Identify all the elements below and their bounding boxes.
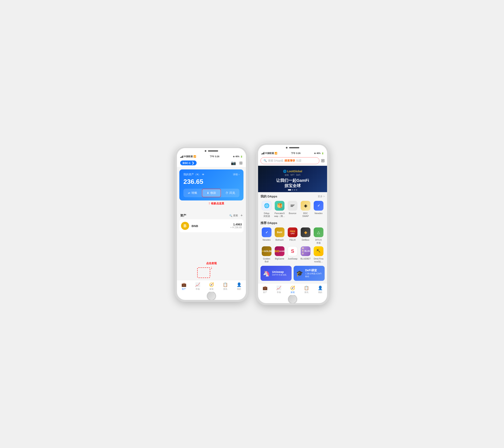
dapp-bounce[interactable]: Bounce xyxy=(287,201,299,218)
dapp-bscswap[interactable]: ◈ BSCSWAP xyxy=(300,201,312,218)
nav-item-assets[interactable]: 💼 资产 xyxy=(177,282,191,291)
status-bar: 中国联通 📶 下午 3:26 ⊕ 46% 🔋 xyxy=(177,154,246,159)
network-label: BSC-1 xyxy=(183,161,191,164)
uniswap-title: Uniswap xyxy=(272,270,287,273)
time-display-right: 下午 3:26 xyxy=(291,152,301,155)
detail-arrow: › xyxy=(239,173,239,176)
search-button[interactable]: 🔍 搜索 xyxy=(229,214,238,217)
search-highlight: 搜索薄饼 xyxy=(285,159,295,162)
eye-icon[interactable]: 👁 xyxy=(202,173,204,176)
dapp-justswap[interactable]: S JustSwap xyxy=(287,246,299,263)
promo-banner[interactable]: 🌐 LootGlobal 游戏 NFT DeFi 让我们一起GamFi 掠宝全球 xyxy=(258,166,327,192)
search-icon: 🔍 xyxy=(229,214,232,217)
dapp-goldenbull[interactable]: TRX&EOS GOLDEN BULL GoldenBull xyxy=(261,246,273,263)
asset-actions: ⇌ 转账 ⬇ 收款 ⏱ 闪兑 xyxy=(183,189,239,197)
discover-nav-icon-r: 🧭 xyxy=(290,286,295,290)
top-navigation: BSC-1 ❯ 📷 ⊞ xyxy=(177,159,246,167)
dmdfinance-name: Dmd.Finance(钻… xyxy=(314,257,324,263)
browser-name: DApp浏览器 xyxy=(263,212,270,218)
nav-market-right[interactable]: 📈 市场 xyxy=(272,285,286,294)
dapp-newdex[interactable]: ✓ Newdex xyxy=(312,201,325,218)
bluebet-icon: 周年庆 BLUE xyxy=(301,246,310,256)
dapp-bluebet[interactable]: 周年庆 BLUE BLUEBET xyxy=(300,246,312,263)
nav-discover-right[interactable]: 🧭 发现 xyxy=(286,285,300,294)
receive-button[interactable]: ⬇ 收款 xyxy=(202,189,221,197)
profile-nav-label-r: 我的 xyxy=(318,291,322,294)
battery-label-right: 46% xyxy=(317,152,321,154)
speaker xyxy=(208,150,218,152)
network-badge[interactable]: BSC-1 ❯ xyxy=(180,161,197,165)
status-right-right: ⊕ 46% 🔋 xyxy=(314,152,324,154)
defi-icon: 🎓 xyxy=(296,270,303,277)
transfer-button[interactable]: ⇌ 转账 xyxy=(183,189,202,197)
camera-icon[interactable]: 📷 xyxy=(231,161,236,165)
browser-icon: 🌐 xyxy=(262,201,271,211)
nav-item-discover[interactable]: 🧭 发现 xyxy=(204,282,218,291)
bscswap-name: BSCSWAP xyxy=(302,212,309,218)
nav-item-market[interactable]: 📈 市场 xyxy=(191,282,204,291)
my-dapps-more[interactable]: 更多 > xyxy=(318,195,325,198)
dapp-pancakeswap[interactable]: 🥞 PancakeSwap（薄… xyxy=(273,201,286,218)
wifi-icon-right: 📶 xyxy=(274,152,277,155)
defi-course-subtitle: 汇聚全网最火DeFi教程 xyxy=(305,272,322,278)
assets-nav-label: 资产 xyxy=(182,288,186,290)
nav-item-profile[interactable]: 👤 我的 xyxy=(232,282,246,291)
coin-list: B BNB 1.4963 ≈ ¥ 236.65 xyxy=(177,219,246,232)
biggame-name: BigGame xyxy=(275,257,284,260)
location-icon-right: ⊕ xyxy=(314,152,316,154)
dapp-newdex2[interactable]: ✓ Newdex xyxy=(261,227,273,244)
dapp-defibox[interactable]: ◆ Defibox xyxy=(300,227,312,244)
search-suffix: 玩耍 xyxy=(296,159,302,162)
swap-button[interactable]: ⏱ 闪兑 xyxy=(221,189,239,197)
dapp-dmdfinance[interactable]: ⛏ Dmd.Finance(钻… xyxy=(312,246,325,263)
receive-annotation: ↑ 收款点这里 xyxy=(208,201,224,206)
dfs-icon: △ xyxy=(314,227,324,237)
defi-course-promo-banner[interactable]: 🎓 DeFi课堂 汇聚全网最火DeFi教程 xyxy=(294,266,325,281)
nav-news-right[interactable]: 📋 资讯 xyxy=(300,285,313,294)
bottom-navigation-right: 💼 资产 📈 市场 🧭 发现 📋 资讯 👤 我的 xyxy=(258,283,327,295)
left-phone: 中国联通 📶 下午 3:26 ⊕ 46% 🔋 BSC-1 ❯ xyxy=(175,146,248,302)
dapp-dfs[interactable]: △ DFS大丰收 xyxy=(312,227,325,244)
add-asset-button[interactable]: + xyxy=(240,214,243,218)
news-nav-label: 资讯 xyxy=(223,288,227,290)
banner-logo: 🌐 LootGlobal xyxy=(276,170,309,173)
assets-nav-label-r: 资产 xyxy=(263,291,267,294)
assets-section-title: 资产 xyxy=(180,214,186,217)
asset-detail-link[interactable]: 详情 › xyxy=(233,173,239,176)
coin-amount-bnb: 1.4963 ≈ ¥ 236.65 xyxy=(230,223,242,229)
signal-icon xyxy=(180,155,183,158)
annotation-container: ↑ 收款点这里 xyxy=(177,203,246,211)
section-right: 🔍 搜索 + xyxy=(229,214,243,218)
market-nav-label-r: 市场 xyxy=(277,291,281,294)
receive-icon: ⬇ xyxy=(207,191,209,195)
dapp-bethash[interactable]: Bet# Bethash xyxy=(273,227,286,244)
dapp-browser[interactable]: 🌐 DApp浏览器 xyxy=(261,201,273,218)
news-nav-icon: 📋 xyxy=(223,282,228,287)
scan-icon[interactable]: ⊞ xyxy=(321,158,325,163)
discover-nav-label-r: 发现 xyxy=(290,291,295,294)
home-button-right[interactable] xyxy=(288,295,297,303)
defibox-name: Defibox xyxy=(302,238,309,241)
nav-profile-right[interactable]: 👤 我的 xyxy=(313,285,327,294)
defi-course-text: DeFi课堂 汇聚全网最火DeFi教程 xyxy=(305,269,322,278)
news-nav-label-r: 资讯 xyxy=(304,291,308,294)
status-left-right: 中国联通 📶 xyxy=(261,152,277,155)
scan-qr-icon[interactable]: ⊞ xyxy=(239,161,243,165)
battery-icon-right: 🔋 xyxy=(321,152,324,154)
dapp-biggame[interactable]: BiG GAME BigGame xyxy=(273,246,286,263)
newdex-name: Newdex xyxy=(314,212,323,215)
dapp-felix[interactable]: FREE CPU FELIX xyxy=(287,227,299,244)
search-bar[interactable]: 🔍 搜索 DApp或 搜索薄饼 玩耍 xyxy=(261,157,319,164)
asset-label: 我的资产（¥） 👁 xyxy=(183,173,204,176)
asset-card-header: 我的资产（¥） 👁 详情 › xyxy=(183,173,239,176)
home-button[interactable] xyxy=(207,291,216,300)
coin-item-bnb[interactable]: B BNB 1.4963 ≈ ¥ 236.65 xyxy=(179,219,243,232)
location-icon: ⊕ xyxy=(233,155,234,158)
nav-item-news[interactable]: 📋 资讯 xyxy=(218,282,232,291)
search-icon: 🔍 xyxy=(264,159,267,162)
goldenbull-name: GoldenBull xyxy=(263,257,270,263)
uniswap-promo-banner[interactable]: 🦄 Uniswap DeFi牛市发动机 xyxy=(261,266,291,281)
recommended-row1: ✓ Newdex Bet# Bethash FREE CPU FELIX xyxy=(261,227,325,244)
nav-assets-right[interactable]: 💼 资产 xyxy=(258,285,272,294)
wifi-icon: 📶 xyxy=(193,155,196,158)
